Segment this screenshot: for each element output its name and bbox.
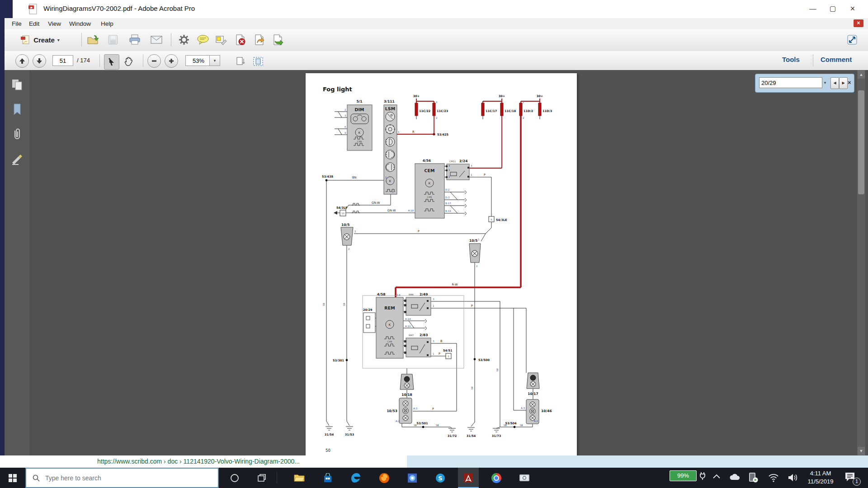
find-close-icon[interactable]: × [848,79,851,86]
pin: 1 [448,169,450,171]
label-54-3lf: 54/3LF [336,206,348,210]
wiring-diagram: Fog light 30+ 30+ 30+ 11C/22 11C/23 11C/… [306,73,577,458]
pin: 6 [344,126,346,128]
main-toolbar: Create ▾ [5,29,868,52]
select-tool-button[interactable] [104,54,119,70]
extract-pages-button[interactable] [252,33,267,47]
junction-53-438 [326,179,328,182]
menu-view[interactable]: View [45,19,64,28]
snipping-tool-icon[interactable] [514,468,535,488]
pin: 2 [523,117,524,119]
app-update-icon[interactable] [748,472,758,483]
scrolling-mode-button[interactable] [234,54,248,69]
label-10-18: 10/18 [401,393,412,397]
menu-window[interactable]: Window [66,19,94,28]
start-button[interactable] [2,468,23,488]
email-button[interactable] [148,33,165,47]
label-lsm: LSM [385,106,395,111]
svg-text:S: S [438,474,442,481]
pin-a3-right: A:3 [521,407,525,409]
signatures-icon[interactable] [11,153,24,165]
taskbar-search-input[interactable] [44,474,200,482]
find-caret-icon[interactable]: ▾ [821,77,829,88]
page-thumbnails-icon[interactable] [11,78,24,91]
wire-label-p4: P [439,352,440,356]
pin: 4 [448,164,450,167]
cortana-button[interactable] [224,468,245,488]
background-window-edge [0,0,13,18]
delete-pages-button[interactable] [233,33,248,47]
wire-label-gnw1: GN-W [372,201,380,205]
text-note-button[interactable] [213,33,229,47]
file-explorer-icon[interactable] [289,468,310,488]
comment-bubble-button[interactable] [195,33,211,47]
attachments-icon[interactable] [11,128,24,141]
pin: 3 [433,340,434,343]
zoom-in-button[interactable] [165,54,178,68]
scroll-up-icon[interactable]: ▲ [858,70,865,79]
hand-tool-button[interactable] [121,54,136,69]
pin: 1 [433,305,434,307]
settings-gear-button[interactable] [176,33,192,47]
export-file-button[interactable] [270,33,286,47]
label-dim-id: 5/1 [356,99,362,103]
lamp-10-18 [400,374,414,389]
label-cem-can: CAN [427,196,432,198]
scrollbar-thumb[interactable] [858,90,864,194]
pin: 1 [398,131,400,133]
acrobat-taskbar-icon[interactable] [458,468,479,488]
tray-chevron-icon[interactable] [712,474,721,479]
edge-icon[interactable] [345,468,366,488]
save-button[interactable] [105,33,121,47]
menu-help[interactable]: Help [98,19,116,28]
tray-clock[interactable]: 4:11 AM 11/5/2019 [801,469,840,486]
find-input[interactable] [759,77,822,88]
close-button[interactable]: × [843,2,863,15]
wires-dark [326,112,540,428]
wifi-icon[interactable] [768,473,779,482]
page-number-input[interactable] [52,55,73,66]
volume-icon[interactable] [788,473,798,483]
tools-tab[interactable]: Tools [782,56,800,63]
find-previous-button[interactable]: ◀ [830,77,839,89]
zoom-caret-icon[interactable]: ▾ [209,55,220,66]
find-next-button[interactable]: ▶ [839,77,848,89]
comment-tab[interactable]: Comment [821,56,852,63]
skype-icon[interactable]: S [430,468,451,488]
photos-icon[interactable] [402,468,423,488]
wire-label-sb1: SB [322,303,325,306]
next-page-button[interactable] [33,54,46,68]
taskbar-search[interactable] [25,468,219,488]
pin: 3 [344,114,346,117]
page-total-label: / 174 [77,57,90,64]
microsoft-store-icon[interactable] [317,468,338,488]
fit-page-button[interactable] [251,54,265,69]
zoom-out-button[interactable] [147,54,161,68]
zoom-level-input[interactable] [185,55,212,66]
diagram-title: Fog light [323,86,352,93]
label-rm7: RM7 [409,334,414,337]
previous-page-button[interactable] [15,54,29,68]
create-caret-icon: ▾ [57,38,60,42]
firefox-icon[interactable] [374,468,395,488]
create-button[interactable]: Create ▾ [13,33,67,47]
label-fuse-11c17: 11C/17 [486,109,497,113]
scroll-down-icon[interactable]: ▼ [858,447,865,455]
task-view-button[interactable] [251,468,272,488]
menu-edit[interactable]: Edit [26,19,42,28]
maximize-button[interactable]: ▢ [823,2,843,15]
fuse-group [415,103,541,116]
label-30plus-b: 30+ [499,94,505,98]
chrome-icon[interactable] [486,468,507,488]
close-document-icon[interactable]: × [854,19,863,27]
minimize-button[interactable]: — [803,2,823,15]
menu-file[interactable]: File [9,19,24,28]
pin: 3 [471,164,472,167]
open-file-button[interactable] [85,33,101,47]
onedrive-cloud-icon[interactable] [729,473,741,481]
battery-indicator[interactable]: 99% [670,470,697,481]
print-button[interactable] [127,33,143,47]
vertical-scrollbar[interactable]: ▲ ▼ [857,70,865,455]
bookmarks-icon[interactable] [11,103,24,116]
fit-window-button[interactable] [844,33,860,47]
